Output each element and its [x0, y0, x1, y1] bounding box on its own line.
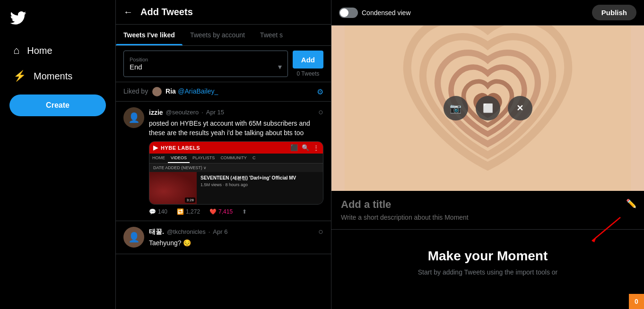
liked-by-info: Liked by Ria @AriaBailey_	[123, 87, 218, 96]
tweet-content-2: 태꿀. @tkchronicles · Apr 6 ○ Taehyung? 😔	[149, 227, 323, 248]
right-header: Condensed view Publish	[331, 0, 644, 26]
retweet-action[interactable]: 🔁 1,272	[177, 208, 200, 215]
moment-desc-input[interactable]	[341, 214, 635, 221]
tweet-handle-tae: @tkchronicles	[167, 228, 206, 235]
moments-icon: ⚡	[13, 70, 26, 82]
twitter-bird-icon	[9, 9, 26, 26]
condensed-view-toggle[interactable]: Condensed view	[339, 8, 411, 18]
screen-icon[interactable]: ⬛	[290, 144, 298, 151]
tweet-select-izzie[interactable]: ○	[318, 107, 323, 117]
center-header: ← Add Tweets	[116, 0, 331, 25]
liked-by-name: Ria	[165, 87, 176, 95]
embed-channel-name: HYBE LABELS	[161, 145, 200, 151]
make-moment-desc: Start by adding Tweets using the import …	[418, 267, 557, 277]
tweet-text-izzie: posted on HYBEs yt account with 65M subs…	[149, 119, 323, 137]
embed-card-hybe: ▶ HYBE LABELS ⬛ 🔍 ⋮ HOME VIDEOS PLAYLIST…	[149, 141, 323, 205]
create-button[interactable]: Create	[9, 94, 106, 116]
list-item: 👤 izzie @seoulzero · Apr 15 ○ posted on …	[116, 102, 331, 221]
tweet-actions-1: 💬 140 🔁 1,272 ❤️ 7,415 ⬆	[149, 208, 323, 215]
sidebar-item-home[interactable]: ⌂ Home	[4, 39, 112, 62]
tweet-date-izzie: ·	[201, 109, 203, 116]
info-badge[interactable]: 0	[629, 294, 644, 309]
tweet-header-1: izzie @seoulzero · Apr 15 ○	[149, 107, 323, 117]
embed-tab-playlists[interactable]: PLAYLISTS	[190, 154, 218, 163]
embed-header-actions: ⬛ 🔍 ⋮	[290, 144, 319, 151]
liked-by-prefix: Liked by	[123, 87, 148, 95]
embed-tab-more[interactable]: C	[250, 154, 259, 163]
position-label: Position	[130, 57, 282, 62]
add-button[interactable]: Add	[293, 51, 323, 69]
like-action[interactable]: ❤️ 7,415	[209, 208, 233, 215]
liked-by-row: Liked by Ria @AriaBailey_ ⚙	[116, 82, 331, 102]
embed-video-row: 3:28 SEVENTEEN (세븐틴) 'Darl+ing' Official…	[149, 172, 323, 204]
chevron-down-icon: ▾	[278, 62, 282, 71]
position-add-row: Position End ▾ Add 0 Tweets	[116, 46, 331, 82]
toggle-switch[interactable]	[339, 8, 358, 18]
close-icon: ✕	[516, 103, 523, 113]
crop-icon: ⬜	[483, 103, 493, 113]
right-panel: Condensed view Publish	[331, 0, 644, 309]
like-count: 7,415	[218, 208, 233, 215]
tweet-list: 👤 izzie @seoulzero · Apr 15 ○ posted on …	[116, 102, 331, 309]
tweet-header-2: 태꿀. @tkchronicles · Apr 6 ○	[149, 227, 323, 237]
embed-tab-home[interactable]: HOME	[149, 154, 168, 163]
retweet-count: 1,272	[186, 208, 200, 215]
sidebar: ⌂ Home ⚡ Moments Create	[0, 0, 116, 309]
condensed-view-label: Condensed view	[362, 9, 411, 17]
search-icon[interactable]: 🔍	[302, 144, 309, 151]
moment-title-input[interactable]	[341, 198, 635, 211]
center-panel: ← Add Tweets Tweets I've liked Tweets by…	[116, 0, 331, 309]
tweet-date-tae-dot: ·	[209, 228, 210, 235]
tab-tweets-by-account[interactable]: Tweets by account	[183, 25, 252, 45]
center-title: Add Tweets	[140, 7, 193, 17]
add-button-col: Add 0 Tweets	[293, 51, 323, 77]
tweet-name-izzie: izzie	[149, 109, 163, 116]
tweet-date-tae: Apr 6	[213, 228, 227, 235]
edit-icon[interactable]: ✏️	[626, 198, 636, 209]
avatar-ria	[152, 87, 162, 96]
embed-tabs: HOME VIDEOS PLAYLISTS COMMUNITY C	[149, 154, 323, 163]
sidebar-item-home-label: Home	[27, 45, 52, 56]
center-tabs: Tweets I've liked Tweets by account Twee…	[116, 25, 331, 46]
make-moment-title: Make your Moment	[428, 249, 548, 264]
youtube-icon: ▶	[153, 144, 158, 151]
embed-section-header: DATE ADDED (NEWEST) ∨	[149, 163, 323, 172]
publish-button[interactable]: Publish	[592, 5, 636, 20]
crop-button[interactable]: ⬜	[476, 96, 500, 120]
tweet-handle-izzie: @seoulzero	[166, 109, 199, 116]
sidebar-item-moments-label: Moments	[34, 71, 72, 82]
back-button[interactable]: ←	[123, 7, 133, 17]
tweet-select-tae[interactable]: ○	[318, 227, 323, 237]
list-item: 👤 태꿀. @tkchronicles · Apr 6 ○ Taehyung? …	[116, 221, 331, 254]
embed-section-label: DATE ADDED (NEWEST) ∨	[153, 165, 207, 170]
home-icon: ⌂	[13, 44, 19, 57]
avatar-izzie: 👤	[123, 107, 144, 128]
embed-duration: 3:28	[185, 197, 195, 203]
twitter-logo	[0, 5, 115, 38]
reply-action[interactable]: 💬 140	[149, 208, 167, 215]
tab-tweet-search[interactable]: Tweet s	[252, 25, 290, 45]
embed-tab-videos[interactable]: VIDEOS	[168, 154, 190, 163]
filter-icon[interactable]: ⚙	[317, 87, 323, 96]
camera-icon: 📷	[450, 103, 461, 114]
moment-meta-section: ✏️	[331, 191, 644, 230]
share-action[interactable]: ⬆	[242, 208, 247, 215]
embed-video-title: SEVENTEEN (세븐틴) 'Darl+ing' Official MV	[200, 175, 319, 181]
tweet-name-tae: 태꿀.	[149, 228, 164, 236]
embed-info: SEVENTEEN (세븐틴) 'Darl+ing' Official MV 1…	[197, 172, 323, 204]
tab-tweets-liked[interactable]: Tweets I've liked	[116, 25, 183, 45]
embed-card-header: ▶ HYBE LABELS ⬛ 🔍 ⋮	[149, 142, 323, 154]
more-icon[interactable]: ⋮	[313, 144, 319, 151]
camera-button[interactable]: 📷	[444, 96, 468, 120]
cover-area: 📷 ⬜ ✕	[331, 26, 644, 191]
cover-overlay-actions: 📷 ⬜ ✕	[444, 96, 532, 120]
remove-cover-button[interactable]: ✕	[508, 96, 532, 120]
embed-header-left: ▶ HYBE LABELS	[153, 144, 200, 151]
make-moment-section: Make your Moment Start by adding Tweets …	[331, 230, 644, 309]
embed-video-meta: 1.5M views · 8 hours ago	[200, 182, 319, 187]
position-select[interactable]: Position End ▾	[123, 51, 288, 77]
embed-tab-community[interactable]: COMMUNITY	[218, 154, 250, 163]
reply-count: 140	[158, 208, 167, 215]
tweet-content-1: izzie @seoulzero · Apr 15 ○ posted on HY…	[149, 107, 323, 215]
sidebar-item-moments[interactable]: ⚡ Moments	[4, 64, 112, 88]
